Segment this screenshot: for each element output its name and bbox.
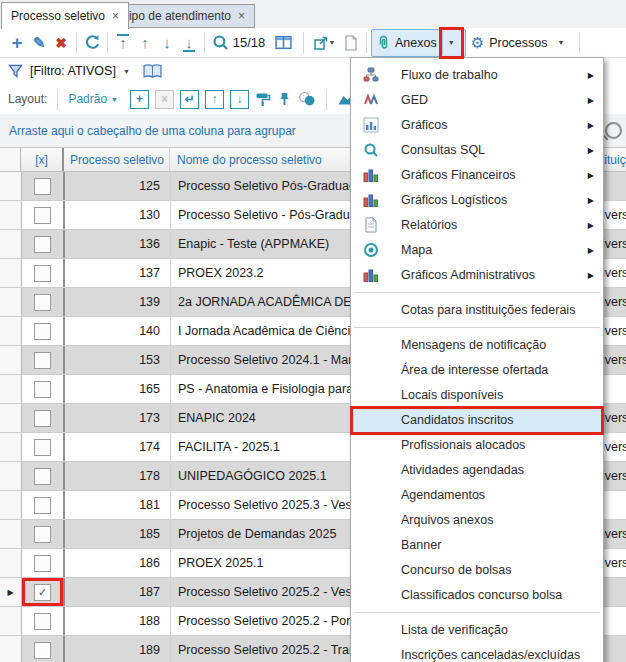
menu-item-classificados-concurso-bolsa[interactable]: Classificados concurso bolsa bbox=[351, 583, 603, 608]
menu-item-graficos[interactable]: Gráficos▶ bbox=[351, 113, 603, 138]
anexos-button[interactable]: Anexos ▼ bbox=[371, 29, 466, 57]
checkbox-unchecked[interactable] bbox=[34, 613, 51, 630]
add-button[interactable]: + bbox=[6, 31, 28, 55]
last-record-button[interactable]: ↓ bbox=[178, 31, 200, 55]
menu-item-lista-de-verificacao[interactable]: Lista de verificação bbox=[351, 618, 603, 643]
menu-item-cotas-para-instituicoes-federais[interactable]: Cotas para instituições federais bbox=[351, 298, 603, 323]
menu-item-candidatos-inscritos[interactable]: Candidatos inscritos bbox=[351, 408, 603, 433]
checkbox-unchecked[interactable] bbox=[34, 497, 51, 514]
checkbox-unchecked[interactable] bbox=[34, 323, 51, 340]
search-icon bbox=[363, 142, 379, 158]
menu-item-mensagens-de-notificacao[interactable]: Mensagens de notificação bbox=[351, 333, 603, 358]
checkbox-unchecked[interactable] bbox=[34, 352, 51, 369]
edit-button[interactable]: ✎ bbox=[28, 31, 50, 55]
conditional-format-button[interactable] bbox=[298, 91, 316, 107]
pin-filter-button[interactable] bbox=[277, 91, 292, 107]
checkbox-unchecked[interactable] bbox=[34, 236, 51, 253]
menu-item-area-de-interesse-ofertada[interactable]: Área de interesse ofertada bbox=[351, 358, 603, 383]
first-record-button[interactable]: ↑ bbox=[112, 31, 134, 55]
layout-preset-dropdown[interactable]: Padrão ▼ bbox=[68, 92, 118, 106]
row-checkbox-cell[interactable] bbox=[22, 636, 65, 662]
column-chooser-button[interactable] bbox=[267, 31, 299, 55]
search-button[interactable] bbox=[209, 31, 231, 55]
row-checkbox-cell[interactable] bbox=[22, 172, 65, 200]
row-checkbox-cell[interactable] bbox=[22, 259, 65, 287]
previous-record-button[interactable]: ↑ bbox=[134, 31, 156, 55]
filter-label[interactable]: [Filtro: ATIVOS] bbox=[30, 64, 116, 78]
row-indicator-cell bbox=[0, 172, 22, 200]
checkbox-unchecked[interactable] bbox=[34, 468, 51, 485]
menu-item-locais-disponiveis[interactable]: Locais disponíveis bbox=[351, 383, 603, 408]
row-checkbox-cell[interactable] bbox=[22, 549, 65, 577]
layout-new-button[interactable]: + bbox=[130, 90, 149, 109]
processos-dropdown-caret[interactable]: ▼ bbox=[553, 31, 570, 55]
menu-item-graficos-logisticos[interactable]: Gráficos Logísticos▶ bbox=[351, 188, 603, 213]
anexos-dropdown-caret[interactable]: ▼ bbox=[442, 31, 460, 55]
menu-item-arquivos-anexos[interactable]: Arquivos anexos bbox=[351, 508, 603, 533]
row-checkbox-cell[interactable] bbox=[22, 230, 65, 258]
column-header-checkbox[interactable]: [x] bbox=[21, 148, 64, 171]
row-checkbox-cell[interactable] bbox=[22, 375, 65, 403]
checkbox-unchecked[interactable] bbox=[34, 294, 51, 311]
menu-item-graficos-administrativos[interactable]: Gráficos Administrativos▶ bbox=[351, 263, 603, 288]
checkbox-unchecked[interactable] bbox=[34, 265, 51, 282]
menu-item-ged[interactable]: GED▶ bbox=[351, 88, 603, 113]
column-header-processo-seletivo[interactable]: Processo seletivo ▲ bbox=[64, 148, 170, 171]
delete-button[interactable]: ✖ bbox=[50, 31, 72, 55]
row-indicator-cell bbox=[0, 404, 22, 432]
format-painter-button[interactable] bbox=[255, 91, 271, 107]
checkbox-unchecked[interactable] bbox=[34, 178, 51, 195]
layout-delete-button[interactable]: × bbox=[155, 90, 174, 109]
export-button[interactable]: ▼ bbox=[308, 31, 340, 55]
close-icon[interactable]: × bbox=[112, 10, 119, 22]
row-checkbox-cell[interactable] bbox=[22, 433, 65, 461]
grid-search-icon[interactable] bbox=[605, 122, 622, 139]
row-checkbox-cell[interactable] bbox=[22, 201, 65, 229]
tab-processo-seletivo[interactable]: Processo seletivo × bbox=[1, 2, 129, 29]
menu-item-banner[interactable]: Banner bbox=[351, 533, 603, 558]
row-checkbox-cell[interactable] bbox=[22, 288, 65, 316]
chevron-down-icon[interactable]: ▼ bbox=[123, 68, 130, 75]
row-indicator-cell bbox=[0, 375, 22, 403]
row-checkbox-cell[interactable]: ✓ bbox=[22, 578, 65, 606]
checkbox-unchecked[interactable] bbox=[34, 526, 51, 543]
checkbox-unchecked[interactable] bbox=[34, 642, 51, 659]
menu-item-label: Agendamentos bbox=[401, 488, 485, 502]
checkbox-unchecked[interactable] bbox=[34, 410, 51, 427]
checkbox-unchecked[interactable] bbox=[34, 207, 51, 224]
close-icon[interactable]: × bbox=[238, 10, 245, 22]
refresh-button[interactable] bbox=[81, 31, 103, 55]
menu-item-consultas-sql[interactable]: Consultas SQL▶ bbox=[351, 138, 603, 163]
menu-item-graficos-financeiros[interactable]: Gráficos Financeiros▶ bbox=[351, 163, 603, 188]
menu-item-atividades-agendadas[interactable]: Atividades agendadas bbox=[351, 458, 603, 483]
row-checkbox-cell[interactable] bbox=[22, 462, 65, 490]
checkbox-unchecked[interactable] bbox=[34, 381, 51, 398]
row-checkbox-cell[interactable] bbox=[22, 607, 65, 635]
layout-upload-button[interactable]: ↑ bbox=[205, 90, 224, 109]
row-checkbox-cell[interactable] bbox=[22, 491, 65, 519]
column-header-label: Processo seletivo bbox=[70, 153, 164, 167]
tab-tipo-de-atendimento[interactable]: Tipo de atendimento × bbox=[112, 4, 255, 28]
row-checkbox-cell[interactable] bbox=[22, 346, 65, 374]
menu-item-agendamentos[interactable]: Agendamentos bbox=[351, 483, 603, 508]
checkbox-unchecked[interactable] bbox=[34, 555, 51, 572]
row-checkbox-cell[interactable] bbox=[22, 317, 65, 345]
row-checkbox-cell[interactable] bbox=[22, 520, 65, 548]
book-icon[interactable] bbox=[143, 64, 162, 79]
document-button[interactable] bbox=[340, 31, 362, 55]
layout-apply-button[interactable]: ↵ bbox=[180, 90, 199, 109]
row-checkbox-cell[interactable] bbox=[22, 404, 65, 432]
checkbox-unchecked[interactable] bbox=[34, 439, 51, 456]
menu-item-inscricoes-canceladas-excluidas[interactable]: Inscrições canceladas/excluídas bbox=[351, 643, 603, 662]
menu-item-mapa[interactable]: Mapa▶ bbox=[351, 238, 603, 263]
row-indicator-cell bbox=[0, 520, 22, 548]
layout-download-button[interactable]: ↓ bbox=[230, 90, 249, 109]
processos-button[interactable]: ⚙ Processos ▼ bbox=[466, 30, 575, 56]
next-record-button[interactable]: ↓ bbox=[156, 31, 178, 55]
row-id-cell: 139 bbox=[65, 288, 171, 316]
menu-item-fluxo-de-trabalho[interactable]: Fluxo de trabalho▶ bbox=[351, 63, 603, 88]
menu-item-concurso-de-bolsas[interactable]: Concurso de bolsas bbox=[351, 558, 603, 583]
menu-item-profissionais-alocados[interactable]: Profissionais alocados bbox=[351, 433, 603, 458]
menu-item-relatorios[interactable]: Relatórios▶ bbox=[351, 213, 603, 238]
checkbox-checked[interactable]: ✓ bbox=[34, 584, 51, 601]
